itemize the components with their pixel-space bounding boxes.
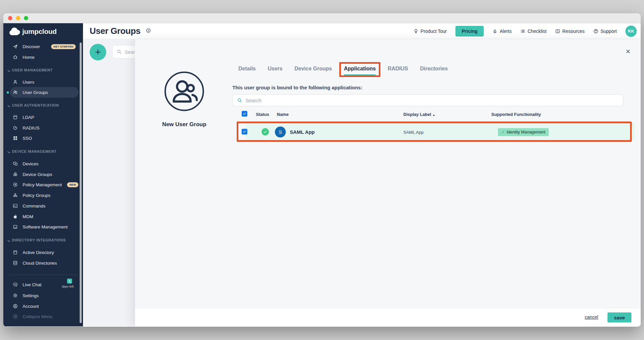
user-avatar[interactable]: KK xyxy=(625,26,637,37)
pricing-button[interactable]: Pricing xyxy=(455,26,484,37)
sidebar-item-home[interactable]: Home xyxy=(3,52,83,62)
user-icon xyxy=(13,79,18,85)
terminal-icon xyxy=(13,203,18,209)
cancel-button[interactable]: cancel xyxy=(585,314,598,320)
column-header-supported-functionality[interactable]: Supported Functionality xyxy=(491,112,541,117)
checklist-button[interactable]: Checklist xyxy=(520,29,546,34)
venn-icon xyxy=(13,172,18,177)
chevron-down-icon xyxy=(7,238,10,242)
sidebar-item-label: LDAP xyxy=(23,115,34,120)
tab-device-groups[interactable]: Device Groups xyxy=(294,66,332,73)
policy-groups-icon xyxy=(13,193,18,198)
sidebar-item-sso[interactable]: SSO xyxy=(3,133,83,143)
header-nav: Product Tour Pricing Alerts Checklist xyxy=(413,26,637,37)
section-user-management[interactable]: USER MANAGEMENT xyxy=(7,67,83,73)
applications-table-header: Status Name Display Label▲ Supported Fun… xyxy=(231,110,636,120)
sidebar-item-commands[interactable]: Commands xyxy=(3,201,83,211)
section-user-authentication[interactable]: USER AUTHENTICATION xyxy=(7,102,83,109)
sidebar-item-label: Settings xyxy=(23,293,39,298)
sidebar-item-policy-groups[interactable]: Policy Groups xyxy=(3,190,83,201)
rocket-icon xyxy=(13,44,18,49)
status-active-icon xyxy=(262,128,269,135)
sidebar-item-software-management[interactable]: Software Management xyxy=(3,221,83,232)
sidebar-item-devices[interactable]: Devices xyxy=(3,158,83,169)
stacked-disks-icon xyxy=(13,260,18,266)
sidebar-item-radius[interactable]: RADIUS xyxy=(3,123,83,133)
sidebar-item-discover[interactable]: Discover GET STARTED xyxy=(3,41,83,52)
close-window-button[interactable] xyxy=(8,16,12,20)
chevron-down-icon xyxy=(7,68,10,72)
tab-users[interactable]: Users xyxy=(268,66,282,73)
sidebar-item-label: Account xyxy=(23,304,39,309)
sidebar-item-label: Devices xyxy=(23,161,39,166)
book-icon xyxy=(555,29,560,34)
sidebar-item-policy-management[interactable]: Policy Management NEW xyxy=(3,179,83,190)
product-tour-label: Product Tour xyxy=(421,29,447,34)
sidebar-divider xyxy=(9,275,78,275)
sidebar-item-label: SSO xyxy=(23,136,32,141)
save-button[interactable]: save xyxy=(607,312,631,322)
sidebar-item-label: Device Groups xyxy=(23,172,52,177)
section-device-management[interactable]: DEVICE MANAGEMENT xyxy=(7,148,83,155)
users-group-icon xyxy=(13,90,18,95)
chevron-down-icon xyxy=(7,104,10,107)
tab-applications-label: Applications xyxy=(344,66,376,71)
alerts-button[interactable]: Alerts xyxy=(492,29,512,34)
product-tour-button[interactable]: Product Tour xyxy=(413,29,447,34)
user-group-detail-panel: New User Group Details Users Device Grou… xyxy=(135,39,641,326)
page-header: User Groups Product Tour Pricing Alerts xyxy=(83,23,641,39)
tab-applications[interactable]: Applications xyxy=(344,66,376,73)
sidebar-item-collapse-menu[interactable]: Collapse Menu xyxy=(3,311,83,322)
sidebar-item-ldap[interactable]: LDAP xyxy=(3,112,83,123)
sidebar-item-label: Collapse Menu xyxy=(23,314,52,319)
new-badge: NEW xyxy=(67,182,78,187)
checklist-label: Checklist xyxy=(527,29,546,34)
resources-button[interactable]: Resources xyxy=(555,29,585,34)
close-icon xyxy=(625,49,633,56)
select-all-checkbox[interactable] xyxy=(242,111,247,117)
sidebar-item-cloud-directories[interactable]: Cloud Directories xyxy=(3,258,83,268)
checklist-icon xyxy=(520,29,525,34)
sidebar-item-users[interactable]: Users xyxy=(3,77,83,87)
close-panel-button[interactable] xyxy=(625,49,633,56)
sidebar-item-device-groups[interactable]: Device Groups xyxy=(3,169,83,180)
sidebar-item-account[interactable]: Account xyxy=(3,301,83,311)
sidebar-item-active-directory[interactable]: Active Directory xyxy=(3,247,83,258)
functionality-badge: ✓ Identity Management xyxy=(498,128,549,136)
user-group-avatar-icon xyxy=(164,71,205,112)
sidebar-item-label: Policy Groups xyxy=(23,193,50,198)
sidebar: jumpcloud Discover GET STARTED Home USER… xyxy=(3,23,83,326)
row-checkbox[interactable] xyxy=(242,129,247,134)
sidebar-item-settings[interactable]: Settings xyxy=(3,290,83,301)
tab-radius[interactable]: RADIUS xyxy=(388,66,408,73)
tab-details[interactable]: Details xyxy=(238,66,256,73)
window-titlebar[interactable] xyxy=(3,13,641,23)
grid-icon xyxy=(13,135,18,141)
zoom-window-button[interactable] xyxy=(24,16,28,20)
column-header-status[interactable]: Status xyxy=(256,112,269,117)
selected-dot xyxy=(7,91,9,94)
chevron-down-icon xyxy=(7,150,10,153)
sidebar-item-label: Users xyxy=(23,80,34,85)
tab-directories[interactable]: Directories xyxy=(420,66,448,73)
applications-search-box xyxy=(232,94,623,106)
column-header-display-label-text: Display Label xyxy=(403,112,431,117)
info-icon[interactable] xyxy=(146,28,152,35)
sidebar-scrollbar[interactable] xyxy=(80,42,82,323)
sidebar-item-mdm[interactable]: MDM xyxy=(3,211,83,222)
applications-search-input[interactable] xyxy=(246,98,623,103)
sort-asc-icon: ▲ xyxy=(433,114,435,117)
section-directory-integrations[interactable]: DIRECTORY INTEGRATIONS xyxy=(7,237,83,243)
add-user-group-button[interactable]: + xyxy=(90,44,106,60)
minimize-window-button[interactable] xyxy=(16,16,20,20)
bell-icon xyxy=(492,29,498,34)
panel-footer: cancel save xyxy=(135,308,641,326)
database-icon xyxy=(13,250,18,255)
sidebar-item-label: Commands xyxy=(23,204,45,209)
sidebar-item-user-groups[interactable]: User Groups xyxy=(3,87,83,98)
sidebar-item-label: Cloud Directories xyxy=(23,261,57,266)
column-header-name[interactable]: Name xyxy=(277,112,288,117)
support-button[interactable]: Support xyxy=(593,29,617,34)
column-header-display-label[interactable]: Display Label▲ xyxy=(403,112,435,117)
app-window: jumpcloud Discover GET STARTED Home USER… xyxy=(3,13,641,327)
